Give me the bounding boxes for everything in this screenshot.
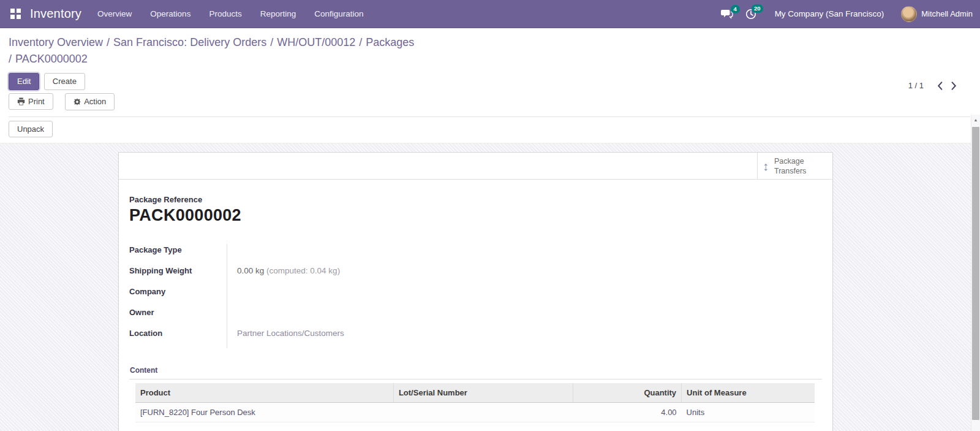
- activities-count-badge: 20: [752, 4, 763, 13]
- field-location: Location Partner Locations/Customers: [129, 327, 521, 348]
- control-panel-divider: [9, 116, 970, 117]
- user-avatar[interactable]: [901, 6, 917, 22]
- pager-previous-icon[interactable]: [937, 82, 943, 90]
- tab-content[interactable]: Content: [129, 366, 159, 379]
- cell-uom[interactable]: Units: [682, 403, 815, 422]
- company-value: [227, 286, 521, 307]
- page-title: PACK0000002: [129, 206, 822, 225]
- pager-value: 1 / 1: [908, 81, 924, 90]
- grid-icon: [10, 9, 21, 19]
- field-label: Shipping Weight: [129, 265, 227, 275]
- button-box: ↕ Package Transfers: [119, 153, 832, 180]
- breadcrumb-separator: /: [9, 53, 12, 65]
- content-lines-table: Product Lot/Serial Number Quantity Unit …: [135, 383, 815, 422]
- cell-product[interactable]: [FURN_8220] Four Person Desk: [135, 403, 393, 422]
- field-group: Package Type Shipping Weight 0.00 kg (co…: [129, 244, 521, 348]
- menu-products[interactable]: Products: [208, 7, 243, 21]
- field-shipping-weight: Shipping Weight 0.00 kg (computed: 0.04 …: [129, 265, 521, 286]
- action-label: Action: [84, 97, 106, 107]
- notebook: Content Product Lot/Serial Number Quanti…: [129, 364, 822, 422]
- table-row[interactable]: [FURN_8220] Four Person Desk 4.00 Units: [135, 403, 815, 422]
- messages-button[interactable]: 4: [721, 9, 733, 19]
- arrows-up-down-icon: ↕: [763, 160, 769, 172]
- vertical-scrollbar[interactable]: ▲: [971, 115, 980, 431]
- top-navbar: Inventory Overview Operations Products R…: [0, 0, 980, 28]
- app-name[interactable]: Inventory: [30, 7, 81, 21]
- breadcrumb-wh-out[interactable]: WH/OUT/00012: [277, 36, 355, 48]
- package-transfers-button[interactable]: ↕ Package Transfers: [757, 153, 832, 179]
- pager-next-icon[interactable]: [951, 82, 957, 90]
- shipping-weight-computed: (computed: 0.04 kg): [266, 266, 340, 275]
- column-header-quantity[interactable]: Quantity: [573, 383, 681, 403]
- gear-icon: [74, 98, 81, 105]
- breadcrumb-separator: /: [359, 36, 362, 48]
- field-owner: Owner: [129, 307, 521, 327]
- breadcrumb-separator: /: [107, 36, 110, 48]
- breadcrumb-delivery-orders[interactable]: San Francisco: Delivery Orders: [113, 36, 266, 48]
- field-company: Company: [129, 286, 521, 307]
- scrollbar-thumb[interactable]: [972, 127, 979, 420]
- field-label: Owner: [129, 307, 227, 317]
- column-header-lot-serial[interactable]: Lot/Serial Number: [393, 383, 573, 403]
- form-sheet: ↕ Package Transfers Package Reference PA…: [118, 152, 833, 431]
- column-header-uom[interactable]: Unit of Measure: [682, 383, 815, 403]
- activities-button[interactable]: 20: [745, 9, 756, 20]
- print-button[interactable]: Print: [9, 93, 53, 110]
- breadcrumb-current: PACK0000002: [15, 53, 88, 65]
- main-menus: Overview Operations Products Reporting C…: [96, 7, 364, 21]
- printer-icon: [17, 97, 25, 105]
- field-label: Location: [129, 327, 227, 338]
- field-package-type: Package Type: [129, 244, 521, 265]
- form-view-container: ↕ Package Transfers Package Reference PA…: [0, 143, 980, 431]
- menu-operations[interactable]: Operations: [149, 7, 192, 21]
- navbar-right: 4 20 My Company (San Francisco) Mitchell…: [721, 6, 973, 22]
- breadcrumb: Inventory Overview/San Francisco: Delive…: [9, 34, 437, 67]
- package-type-value: [227, 244, 521, 265]
- owner-value: [227, 307, 521, 327]
- breadcrumb-separator: /: [270, 36, 273, 48]
- breadcrumb-inventory-overview[interactable]: Inventory Overview: [9, 36, 103, 48]
- messages-count-badge: 4: [731, 5, 740, 13]
- action-button[interactable]: Action: [65, 93, 115, 110]
- breadcrumb-packages[interactable]: Packages: [366, 36, 414, 48]
- cp-buttons: Edit Create Print Action: [9, 73, 970, 110]
- stat-label-line2: Transfers: [774, 167, 806, 175]
- user-menu[interactable]: Mitchell Admin: [921, 9, 973, 18]
- package-reference-label: Package Reference: [129, 195, 822, 204]
- company-switcher[interactable]: My Company (San Francisco): [775, 9, 884, 18]
- shipping-weight-number: 0.00 kg: [237, 266, 264, 275]
- shipping-weight-value: 0.00 kg (computed: 0.04 kg): [227, 265, 521, 286]
- unpack-button[interactable]: Unpack: [9, 121, 53, 138]
- edit-button[interactable]: Edit: [9, 73, 39, 90]
- menu-configuration[interactable]: Configuration: [313, 7, 364, 21]
- print-label: Print: [28, 97, 45, 107]
- menu-overview[interactable]: Overview: [96, 7, 133, 21]
- statusbar: Unpack: [0, 117, 980, 143]
- cell-lot-serial[interactable]: [393, 403, 573, 422]
- field-label: Company: [129, 286, 227, 296]
- create-button[interactable]: Create: [44, 73, 85, 90]
- apps-menu-icon[interactable]: [9, 7, 22, 21]
- pager: 1 / 1: [908, 81, 957, 90]
- location-value: Partner Locations/Customers: [227, 327, 521, 348]
- stat-label-line1: Package: [774, 157, 804, 166]
- control-panel: Inventory Overview/San Francisco: Delive…: [0, 28, 980, 117]
- menu-reporting[interactable]: Reporting: [259, 7, 298, 21]
- column-header-product[interactable]: Product: [135, 383, 393, 403]
- scroll-up-icon[interactable]: ▲: [971, 115, 980, 125]
- cell-quantity[interactable]: 4.00: [573, 403, 681, 422]
- field-label: Package Type: [129, 244, 227, 254]
